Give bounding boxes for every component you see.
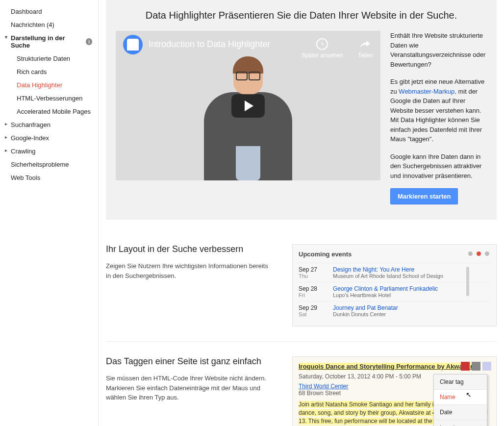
sidebar-dashboard[interactable]: Dashboard: [0, 5, 98, 18]
section-layout-heading: Ihr Layout in der Suche verbessern: [106, 244, 273, 254]
menu-location[interactable]: Location: [434, 420, 487, 426]
channel-avatar-icon[interactable]: [123, 35, 143, 54]
sidebar-sicherheit[interactable]: Sicherheitsprobleme: [0, 158, 98, 171]
dot-2[interactable]: [477, 251, 481, 256]
info-icon[interactable]: i: [86, 38, 92, 45]
play-button[interactable]: [231, 94, 265, 118]
sidebar-darstellung[interactable]: Darstellung in der Suche: [0, 31, 86, 52]
menu-name[interactable]: Name: [434, 390, 487, 405]
watch-later-button[interactable]: Später ansehen: [302, 38, 343, 59]
carousel-dots[interactable]: [468, 251, 489, 256]
scrollbar-icon: [466, 267, 469, 296]
sidebar-crawling[interactable]: Crawling: [0, 145, 98, 158]
event-row: Sep 29SatJourney and Pat BenatarDunkin D…: [299, 301, 490, 320]
menu-date[interactable]: Date: [434, 405, 487, 420]
hero-title: Data Highlighter Präsentieren Sie die Da…: [106, 10, 497, 21]
section-tagging-heading: Das Taggen einer Seite ist ganz einfach: [106, 356, 273, 367]
event-venue: Dunkin Donuts Center: [333, 311, 490, 317]
calendar-icon: [472, 362, 480, 371]
sidebar-strukturierte-daten[interactable]: Strukturierte Daten: [0, 52, 98, 65]
sidebar-google-index[interactable]: Google-Index: [0, 131, 98, 145]
cursor-icon: ↖: [466, 391, 472, 399]
start-highlighting-button[interactable]: Markieren starten: [390, 188, 458, 204]
tagged-title: Iroquois Dance and Storytelling Performa…: [299, 363, 479, 370]
events-preview: Upcoming events Sep 27ThuDesign the Nigh…: [292, 244, 497, 326]
sidebar-suchanfragen[interactable]: Suchanfragen: [0, 118, 98, 131]
tag-type-icons: [461, 362, 491, 371]
section-layout: Ihr Layout in der Suche verbessern Zeige…: [106, 234, 497, 342]
event-title[interactable]: Journey and Pat Benatar: [333, 304, 490, 311]
event-row: Sep 27ThuDesign the Night: You Are HereM…: [299, 263, 490, 282]
menu-clear-tag[interactable]: Clear tag: [434, 375, 487, 390]
sidebar: Dashboard Nachrichten (4) Darstellung in…: [0, 0, 98, 426]
sidebar-amp[interactable]: Accelerated Mobile Pages: [0, 105, 98, 118]
section-tagging-text: Sie müssen den HTML-Code Ihrer Website n…: [106, 374, 273, 402]
sidebar-data-highlighter[interactable]: Data Highlighter: [0, 78, 98, 92]
main-content: Data Highlighter Präsentieren Sie die Da…: [98, 0, 504, 426]
clock-icon: [316, 38, 328, 50]
dot-3[interactable]: [485, 251, 489, 256]
sidebar-html-verbesserungen[interactable]: HTML-Verbesserungen: [0, 92, 98, 105]
sidebar-web-tools[interactable]: Web Tools: [0, 171, 98, 184]
section-tagging: Das Taggen einer Seite ist ganz einfach …: [106, 347, 497, 426]
share-button[interactable]: Teilen: [358, 39, 373, 59]
tagging-preview: Iroquois Dance and Storytelling Performa…: [292, 356, 497, 426]
page-icon: [482, 362, 491, 371]
section-layout-text: Zeigen Sie Nutzern Ihre wichtigsten Info…: [106, 261, 273, 280]
share-icon: [359, 39, 371, 50]
dot-1[interactable]: [468, 251, 473, 256]
sidebar-nachrichten[interactable]: Nachrichten (4): [0, 18, 98, 31]
video-player[interactable]: Introduction to Data Highlighter Später …: [116, 31, 380, 180]
tag-context-menu: Clear tag Name Date Location: [433, 374, 487, 426]
event-row: Sep 28FriGeorge Clinton & Parliament Fun…: [299, 282, 490, 301]
event-date: Sep 29Sat: [299, 304, 333, 317]
video-title: Introduction to Data Highlighter: [149, 39, 270, 50]
sidebar-rich-cards[interactable]: Rich cards: [0, 65, 98, 78]
webmaster-markup-link[interactable]: Webmaster-Markup,: [399, 88, 456, 95]
hero-section: Data Highlighter Präsentieren Sie die Da…: [106, 0, 497, 220]
event-date: Sep 27Thu: [299, 266, 333, 279]
flag-icon: [461, 362, 470, 371]
events-header: Upcoming events: [299, 251, 490, 258]
hero-description: Enthält Ihre Website strukturierte Daten…: [390, 31, 487, 204]
event-date: Sep 28Fri: [299, 285, 333, 298]
